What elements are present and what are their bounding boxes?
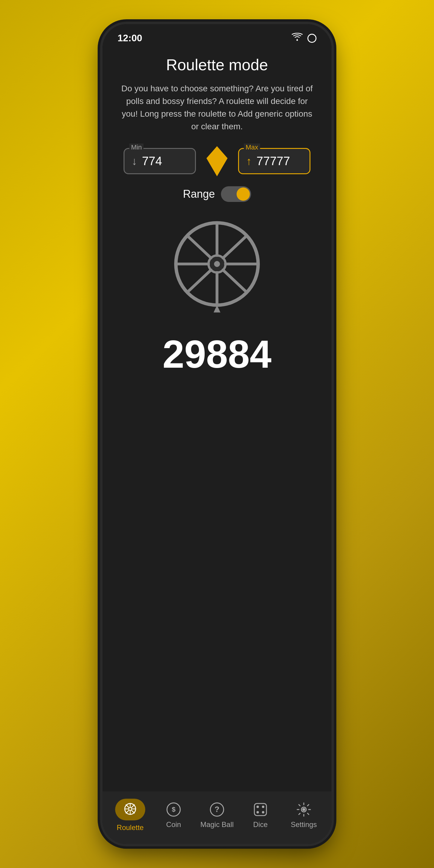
main-content: Roulette mode Do you have to choose some… <box>102 47 332 792</box>
svg-point-4 <box>214 261 220 267</box>
svg-point-29 <box>256 806 259 808</box>
svg-line-11 <box>223 236 246 258</box>
page-description: Do you have to choose something? Are you… <box>118 82 316 133</box>
phone-frame: 12:00 Roulette mode Do you ha <box>102 24 332 844</box>
svg-point-32 <box>262 811 264 813</box>
range-label: Range <box>183 188 215 200</box>
roulette-icon-wrap <box>115 799 145 820</box>
svg-line-10 <box>223 270 246 292</box>
screen: 12:00 Roulette mode Do you ha <box>102 24 332 844</box>
svg-rect-28 <box>254 804 267 815</box>
min-arrow-icon: ↓ <box>132 155 137 167</box>
bottom-nav: Roulette $ Coin ? Magic Ball <box>102 792 332 844</box>
min-input-box[interactable]: Min ↓ 774 <box>124 148 196 174</box>
range-row: Min ↓ 774 Max ↑ 77777 <box>118 148 316 174</box>
status-time: 12:00 <box>118 33 142 44</box>
max-value: 77777 <box>256 154 290 168</box>
status-bar: 12:00 <box>102 24 332 47</box>
svg-point-31 <box>256 811 259 813</box>
max-input-box[interactable]: Max ↑ 77777 <box>238 148 310 174</box>
nav-item-dice[interactable]: Dice <box>242 802 278 829</box>
max-arrow-icon: ↑ <box>246 155 252 167</box>
toggle-row: Range <box>183 186 251 202</box>
svg-marker-1 <box>207 146 227 176</box>
status-icons <box>292 33 316 43</box>
svg-point-30 <box>262 806 264 808</box>
settings-nav-icon <box>296 802 312 817</box>
settings-nav-label: Settings <box>291 820 317 829</box>
nav-item-coin[interactable]: $ Coin <box>156 802 192 829</box>
min-value: 774 <box>142 154 162 168</box>
roulette-nav-label: Roulette <box>117 824 144 832</box>
dice-nav-icon <box>253 802 268 817</box>
nav-item-magic-ball[interactable]: ? Magic Ball <box>199 802 235 829</box>
roulette-wheel[interactable] <box>169 220 265 316</box>
svg-line-20 <box>126 805 129 807</box>
svg-line-22 <box>132 805 134 807</box>
svg-line-9 <box>188 236 211 258</box>
max-label: Max <box>244 144 260 151</box>
svg-line-12 <box>188 270 211 292</box>
magic-ball-nav-icon: ? <box>209 802 225 817</box>
nav-item-roulette[interactable]: Roulette <box>112 799 148 832</box>
svg-line-21 <box>132 810 134 813</box>
diamond-icon <box>205 149 229 173</box>
page-title: Roulette mode <box>166 56 268 74</box>
roulette-nav-icon <box>124 802 137 815</box>
wifi-icon <box>292 33 303 43</box>
coin-nav-label: Coin <box>166 820 181 829</box>
coin-nav-icon: $ <box>166 802 181 817</box>
svg-line-23 <box>126 810 129 813</box>
svg-text:$: $ <box>172 806 176 813</box>
min-label: Min <box>129 144 144 151</box>
nav-item-settings[interactable]: Settings <box>286 802 322 829</box>
magic-ball-nav-label: Magic Ball <box>200 820 234 829</box>
range-toggle[interactable] <box>221 186 251 202</box>
dice-nav-label: Dice <box>253 820 268 829</box>
svg-point-15 <box>129 807 132 810</box>
result-number: 29884 <box>162 332 272 377</box>
svg-text:?: ? <box>215 805 219 814</box>
wheel-container[interactable] <box>169 220 265 316</box>
toggle-knob <box>237 187 250 201</box>
camera-icon <box>307 34 316 43</box>
svg-point-0 <box>297 39 298 41</box>
svg-point-34 <box>302 808 305 811</box>
